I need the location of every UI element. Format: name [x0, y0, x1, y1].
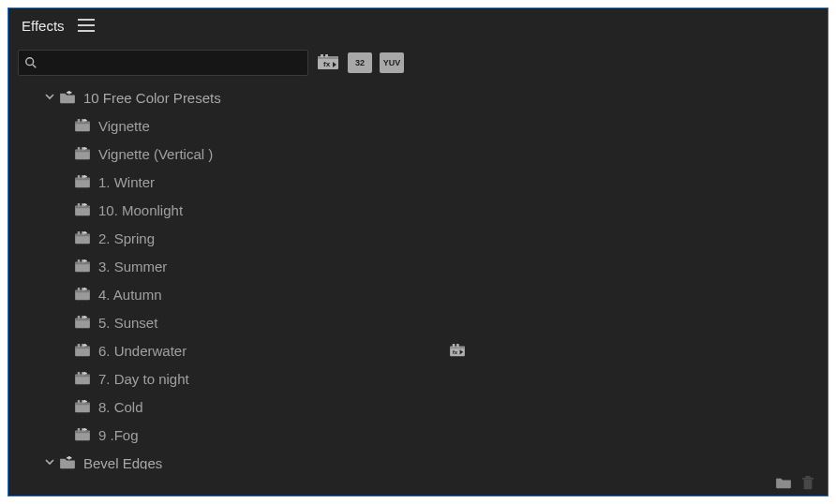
delete-button[interactable]: [801, 476, 818, 489]
preset-bin-icon: [59, 90, 76, 105]
svg-rect-33: [82, 204, 86, 205]
preset-icon: [74, 118, 91, 133]
search-input[interactable]: [18, 50, 308, 76]
effects-panel: Effects fx 32 YUV: [7, 7, 829, 497]
svg-rect-5: [325, 54, 328, 57]
preset-icon: [74, 202, 91, 217]
svg-rect-90: [804, 480, 813, 490]
svg-rect-91: [802, 478, 814, 480]
svg-rect-45: [82, 260, 86, 261]
preset-label: 9 .Fog: [98, 427, 139, 443]
preset-icon: [74, 174, 91, 189]
svg-rect-54: [78, 316, 81, 319]
svg-rect-9: [67, 92, 71, 94]
preset-label: 10. Moonlight: [98, 202, 183, 218]
preset-label: 8. Cold: [98, 399, 143, 415]
filter-yuv-button[interactable]: YUV: [380, 52, 404, 73]
caret-icon: [44, 456, 57, 469]
preset-icon: [74, 343, 91, 358]
tree-preset-item[interactable]: 4. Autumn: [8, 280, 820, 308]
search-field-wrap: [18, 50, 308, 76]
preset-icon: [74, 287, 91, 302]
preset-label: 7. Day to night: [98, 371, 189, 387]
preset-icon: [74, 230, 91, 245]
caret-icon: [44, 91, 57, 104]
svg-rect-48: [78, 288, 81, 291]
tree-folder[interactable]: 10 Free Color Presets: [8, 83, 820, 111]
svg-rect-51: [82, 289, 86, 289]
preset-label: 5. Sunset: [98, 315, 157, 331]
preset-label: 3. Summer: [98, 259, 167, 274]
preset-bin-icon: [59, 455, 76, 469]
panel-footer: [8, 469, 828, 496]
preset-label: 2. Spring: [98, 230, 155, 246]
svg-rect-78: [78, 400, 81, 404]
svg-rect-21: [82, 148, 86, 149]
svg-rect-36: [78, 231, 81, 235]
preset-icon: [74, 146, 91, 161]
svg-rect-87: [82, 429, 86, 430]
svg-rect-39: [82, 232, 86, 233]
panel-header: Effects: [8, 8, 828, 42]
tree-preset-item[interactable]: 1. Winter: [8, 168, 820, 196]
svg-rect-15: [82, 120, 86, 121]
preset-label: 6. Underwater: [98, 343, 187, 359]
svg-rect-12: [78, 119, 81, 123]
svg-rect-30: [78, 203, 81, 207]
svg-rect-75: [82, 373, 86, 374]
tree-preset-item[interactable]: 3. Summer: [8, 252, 820, 280]
effects-tree-area: 10 Free Color Presets Vignette Vignette …: [8, 83, 828, 469]
svg-rect-63: [82, 345, 86, 346]
svg-rect-92: [805, 476, 810, 478]
preset-icon: [74, 259, 91, 274]
svg-rect-84: [78, 428, 81, 432]
panel-menu-button[interactable]: [78, 19, 95, 32]
svg-rect-81: [82, 401, 86, 402]
tree-preset-item[interactable]: Vignette: [8, 111, 820, 140]
tree-preset-item[interactable]: 7. Day to night: [8, 364, 820, 393]
svg-text:fx: fx: [453, 348, 458, 355]
svg-rect-4: [321, 54, 323, 57]
preset-icon: [74, 315, 91, 330]
preset-label: Vignette (Vertical ): [98, 146, 213, 162]
tree-preset-item[interactable]: 10. Moonlight: [8, 196, 820, 224]
svg-rect-72: [78, 372, 81, 376]
svg-rect-27: [82, 176, 86, 177]
folder-label: 10 Free Color Presets: [83, 90, 221, 106]
preset-label: 4. Autumn: [98, 287, 162, 303]
filter-accelerated-button[interactable]: fx: [316, 52, 340, 73]
tree-preset-item[interactable]: 2. Spring: [8, 224, 820, 252]
tree-preset-item[interactable]: 5. Sunset: [8, 308, 820, 336]
tree-preset-item[interactable]: 9 .Fog: [8, 421, 820, 449]
preset-label: 1. Winter: [98, 174, 155, 190]
panel-title: Effects: [22, 18, 65, 34]
filter-32bit-button[interactable]: 32: [348, 52, 372, 73]
svg-rect-60: [78, 344, 81, 348]
tree-preset-item[interactable]: Vignette (Vertical ): [8, 140, 820, 168]
svg-rect-18: [78, 147, 81, 151]
preset-icon: [74, 427, 91, 442]
tree-preset-item[interactable]: 6. Underwater fx: [8, 336, 820, 364]
effects-tree[interactable]: 10 Free Color Presets Vignette Vignette …: [8, 83, 828, 469]
accelerated-effect-icon: fx: [449, 343, 466, 358]
preset-icon: [74, 371, 91, 386]
preset-icon: [74, 399, 91, 414]
folder-label: Bevel Edges: [83, 455, 162, 470]
svg-rect-89: [67, 457, 71, 459]
svg-text:fx: fx: [323, 60, 331, 68]
preset-label: Vignette: [98, 118, 150, 134]
svg-rect-67: [456, 344, 459, 348]
svg-rect-66: [453, 344, 455, 348]
svg-rect-42: [78, 259, 81, 263]
tree-folder[interactable]: Bevel Edges: [8, 449, 820, 469]
effects-toolbar: fx 32 YUV: [8, 42, 828, 83]
svg-rect-57: [82, 317, 86, 318]
new-bin-button[interactable]: [775, 476, 792, 489]
tree-preset-item[interactable]: 8. Cold: [8, 393, 820, 421]
svg-rect-24: [78, 175, 81, 179]
